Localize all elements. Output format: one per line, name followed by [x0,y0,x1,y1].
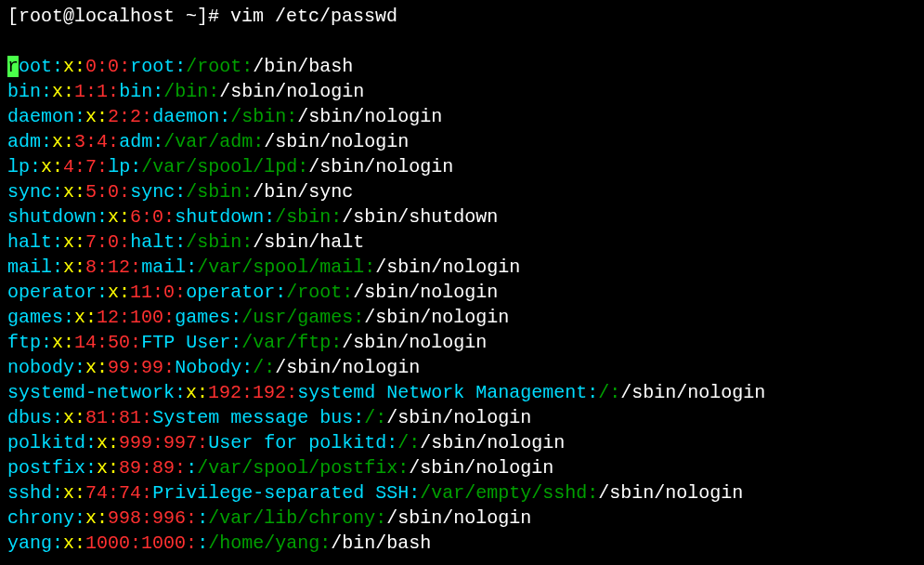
command-text: vim /etc/passwd [230,6,397,27]
passwd-entry: sync:x:5:0:sync:/sbin:/bin/sync [7,179,917,204]
comment-field: Nobody [175,357,241,378]
username: oot [19,56,52,77]
password-field: x [63,181,74,203]
gid-field: 99 [141,357,163,378]
uid-field: 6 [130,206,141,228]
home-field: /var/spool/mail [197,256,364,278]
cursor: r [7,56,19,77]
shell-field: /sbin/nologin [386,407,531,428]
comment-field: daemon [152,106,219,127]
uid-field: 1 [74,81,85,102]
shell-field: /sbin/nologin [342,332,487,353]
password-field: x [41,156,52,177]
password-field: x [97,457,108,479]
uid-field: 3 [74,131,85,152]
passwd-entry: systemd-network:x:192:192:systemd Networ… [7,380,917,405]
gid-field: 100 [130,307,163,328]
comment-field: root [130,56,175,77]
comment-field: systemd Network Management [297,382,587,403]
shell-field: /bin/bash [253,56,353,77]
password-field: x [85,357,97,378]
gid-field: 0 [108,56,119,77]
username: sync [7,181,52,203]
gid-field: 2 [130,106,141,127]
passwd-entry: daemon:x:2:2:daemon:/sbin:/sbin/nologin [7,104,917,129]
home-field: /var/spool/postfix [197,457,397,479]
shell-field: /sbin/halt [253,231,364,253]
username: systemd-network [7,382,175,403]
username: halt [7,231,52,253]
home-field: /sbin [230,106,286,127]
uid-field: 4 [63,156,74,177]
username: nobody [7,357,74,378]
gid-field: 1000 [141,532,186,554]
passwd-entry: games:x:12:100:games:/usr/games:/sbin/no… [7,305,917,330]
shell-field: /bin/bash [331,532,431,554]
gid-field: 74 [119,482,141,504]
username: mail [7,256,52,278]
comment-field: halt [130,231,175,253]
gid-field: 50 [108,332,130,353]
passwd-entry: sshd:x:74:74:Privilege-separated SSH:/va… [7,480,917,506]
password-field: x [63,532,74,554]
passwd-entry: mail:x:8:12:mail:/var/spool/mail:/sbin/n… [7,255,917,280]
shell-field: /sbin/nologin [308,156,453,177]
username: daemon [7,106,74,127]
passwd-entry: bin:x:1:1:bin:/bin:/sbin/nologin [7,79,917,104]
comment-field: lp [108,156,130,177]
gid-field: 7 [85,156,97,177]
password-field: x [85,507,97,529]
passwd-entry: dbus:x:81:81:System message bus:/:/sbin/… [7,405,917,430]
home-field: /var/ftp [241,332,331,353]
shell-field: /sbin/nologin [409,457,553,479]
password-field: x [63,482,74,504]
file-content[interactable]: root:x:0:0:root:/root:/bin/bashbin:x:1:1… [7,54,917,556]
gid-field: 0 [163,282,175,303]
gid-field: 0 [108,181,119,203]
shell-field: /sbin/nologin [598,482,743,504]
comment-field: bin [119,81,152,102]
shell-field: /sbin/nologin [264,131,409,152]
gid-field: 4 [97,131,108,152]
home-field: /var/adm [163,131,253,152]
shell-field: /bin/sync [253,181,353,203]
uid-field: 7 [85,231,97,253]
username: games [7,307,63,328]
uid-field: 11 [130,282,152,303]
home-field: /usr/games [241,307,353,328]
home-field: /root [186,56,241,77]
uid-field: 2 [108,106,119,127]
username: ftp [7,332,41,353]
uid-field: 1000 [85,532,130,554]
home-field: / [253,357,264,378]
blank-line [7,29,917,54]
home-field: / [598,382,609,403]
home-field: /sbin [186,181,241,203]
passwd-entry: ftp:x:14:50:FTP User:/var/ftp:/sbin/nolo… [7,330,917,355]
passwd-entry: yang:x:1000:1000::/home/yang:/bin/bash [7,531,917,556]
shell-field: /sbin/nologin [386,507,531,529]
uid-field: 5 [85,181,97,203]
comment-field: User for polkitd [208,432,386,453]
prompt-line: [root@localhost ~]# vim /etc/passwd [7,4,917,29]
shell-field: /sbin/nologin [375,256,520,278]
shell-field: /sbin/nologin [275,357,420,378]
passwd-entry: nobody:x:99:99:Nobody:/:/sbin/nologin [7,355,917,380]
shell-field: /sbin/shutdown [342,206,498,228]
uid-field: 8 [85,256,97,278]
password-field: x [85,106,97,127]
uid-field: 81 [85,407,108,428]
password-field: x [52,131,63,152]
passwd-entry: postfix:x:89:89::/var/spool/postfix:/sbi… [7,455,917,480]
uid-field: 99 [108,357,130,378]
password-field: x [108,282,119,303]
uid-field: 999 [119,432,152,453]
passwd-entry: shutdown:x:6:0:shutdown:/sbin:/sbin/shut… [7,204,917,230]
gid-field: 1 [97,81,108,102]
password-field: x [63,256,74,278]
username: postfix [7,457,85,479]
home-field: /sbin [275,206,331,228]
shell-field: /sbin/nologin [420,432,565,453]
home-field: /var/spool/lpd [141,156,297,177]
home-field: /bin [163,81,208,102]
